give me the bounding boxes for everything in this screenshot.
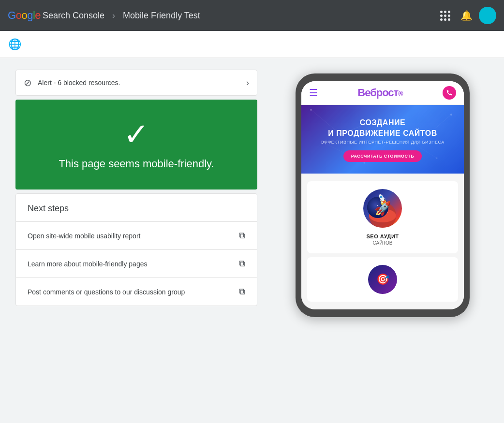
hero-subtitle: ЭФФЕКТИВНЫЕ ИНТЕРНЕТ-РЕШЕНИЯ ДЛЯ БИЗНЕСА [309,140,456,145]
svg-marker-23 [380,200,382,203]
site-content: SEO АУДИТ САЙТОВ 🎯 [301,174,464,309]
external-link-icon-2: ⧉ [239,259,245,269]
success-card: ✓ This page seems mobile-friendly. [15,100,257,190]
card1-subtitle: САЙТОВ [373,240,393,246]
next-step-usability-report[interactable]: Open site-wide mobile usability report ⧉ [16,222,257,250]
notifications-button[interactable]: 🔔 [458,7,475,24]
page-title: Mobile Friendly Test [123,11,200,21]
alert-chevron: › [246,78,249,88]
hero-title-line2: И ПРОДВИЖЕНИЕ САЙТОВ [309,129,456,138]
hero-title-line1: СОЗДАНИЕ [309,118,456,127]
card1-title: SEO АУДИТ [366,233,399,239]
left-panel: ⊘ Alert - 6 blocked resources. › ✓ This … [15,70,257,411]
avatar[interactable] [479,7,496,24]
next-step-label-3: Post comments or questions to our discus… [28,288,239,296]
alert-bar[interactable]: ⊘ Alert - 6 blocked resources. › [15,70,257,96]
svg-point-20 [381,200,386,205]
right-panel: ☰ Веброст® [277,70,489,411]
breadcrumb-chevron: › [112,11,115,21]
hero-cta-button[interactable]: РАССЧИТАТЬ СТОИМОСТЬ [343,150,422,162]
header-logo: Google Search Console [8,9,104,22]
site-hero: СОЗДАНИЕ И ПРОДВИЖЕНИЕ САЙТОВ ЭФФЕКТИВНЫ… [301,105,464,174]
site-phone-icon [443,86,456,100]
external-link-icon-1: ⧉ [239,231,245,241]
external-link-icon-3: ⧉ [239,287,245,297]
site-header: ☰ Веброст® [301,81,464,105]
success-message: This page seems mobile-friendly. [59,158,214,170]
product-name: Search Console [43,11,104,21]
next-step-label-1: Open site-wide mobile usability report [28,232,239,240]
main-content: ⊘ Alert - 6 blocked resources. › ✓ This … [0,58,504,423]
svg-point-19 [367,197,388,218]
seo-card-icon [363,189,402,228]
alert-text: Alert - 6 blocked resources. [38,79,246,87]
phone-mockup: ☰ Веброст® [296,73,470,317]
card2-icon: 🎯 [368,265,397,294]
google-brand: Google [8,9,41,22]
svg-point-26 [383,202,386,206]
seo-card: SEO АУДИТ САЙТОВ [307,181,458,253]
next-step-mobile-friendly[interactable]: Learn more about mobile-friendly pages ⧉ [16,250,257,278]
svg-point-11 [450,114,452,116]
globe-icon[interactable]: 🌐 [8,38,21,51]
checkmark-icon: ✓ [123,119,149,150]
svg-point-15 [436,158,438,159]
svg-point-7 [310,109,312,111]
app-header: Google Search Console › Mobile Friendly … [0,0,504,31]
svg-marker-22 [382,200,387,204]
apps-button[interactable] [436,7,454,24]
next-step-discussion[interactable]: Post comments or questions to our discus… [16,278,257,306]
card2-partial: 🎯 [307,257,458,302]
next-step-label-2: Learn more about mobile-friendly pages [28,260,239,268]
site-logo: Веброст® [357,87,402,99]
header-icons: 🔔 [436,7,496,24]
site-menu-icon: ☰ [309,87,318,99]
sub-header: 🌐 [0,31,504,58]
next-steps-card: Next steps Open site-wide mobile usabili… [15,193,257,306]
next-steps-header: Next steps [16,194,257,222]
alert-icon: ⊘ [24,77,32,88]
svg-point-13 [364,162,365,164]
phone-screen: ☰ Веброст® [301,81,464,309]
